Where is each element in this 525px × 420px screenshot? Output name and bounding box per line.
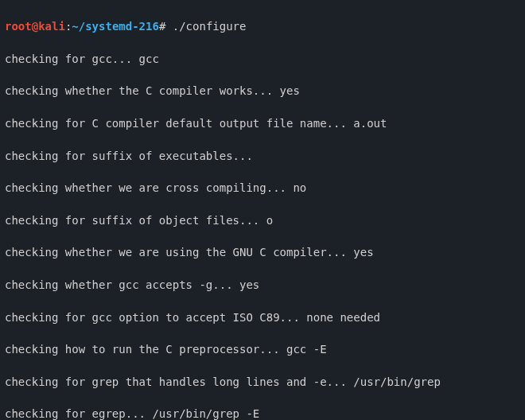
prompt-path: ~/systemd-216 bbox=[72, 20, 159, 33]
output-line: checking whether we are using the GNU C … bbox=[5, 244, 520, 260]
prompt-hash: # bbox=[159, 20, 165, 33]
command-text: ./configure bbox=[173, 20, 247, 33]
terminal-output: root@kali:~/systemd-216# ./configure che… bbox=[0, 0, 525, 420]
output-line: checking for gcc option to accept ISO C8… bbox=[5, 309, 520, 325]
output-line: checking for C compiler default output f… bbox=[5, 115, 520, 131]
output-line: checking for egrep... /usr/bin/grep -E bbox=[5, 406, 520, 420]
output-line: checking for gcc... gcc bbox=[5, 51, 520, 67]
prompt-line[interactable]: root@kali:~/systemd-216# ./configure bbox=[5, 18, 520, 34]
output-line: checking whether gcc accepts -g... yes bbox=[5, 277, 520, 293]
prompt-host: kali bbox=[38, 20, 65, 33]
output-line: checking for suffix of object files... o bbox=[5, 212, 520, 228]
output-line: checking whether the C compiler works...… bbox=[5, 83, 520, 99]
prompt-at: @ bbox=[32, 20, 38, 33]
output-line: checking for suffix of executables... bbox=[5, 148, 520, 164]
prompt-user: root bbox=[5, 20, 32, 33]
output-line: checking whether we are cross compiling.… bbox=[5, 180, 520, 196]
output-line: checking how to run the C preprocessor..… bbox=[5, 341, 520, 357]
output-line: checking for grep that handles long line… bbox=[5, 374, 520, 390]
